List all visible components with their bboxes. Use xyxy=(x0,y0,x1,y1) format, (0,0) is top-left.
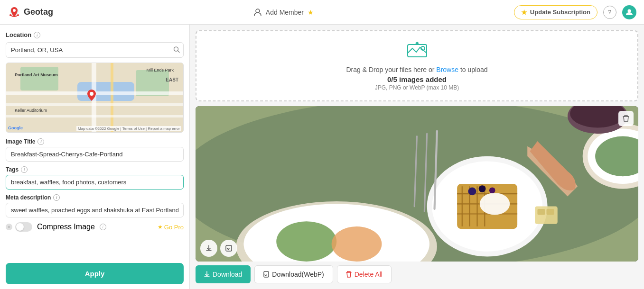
tags-label-wrap: Tags i xyxy=(6,166,184,173)
meta-label: Meta description xyxy=(6,194,51,201)
go-pro-link[interactable]: ★ Go Pro xyxy=(158,224,184,231)
svg-point-5 xyxy=(627,9,631,12)
download-webp-icon xyxy=(225,244,233,252)
location-info-icon[interactable]: i xyxy=(34,32,40,38)
header-right: ★ Update Subscription ? xyxy=(514,5,636,19)
delete-image-button[interactable] xyxy=(618,111,634,126)
download-webp-button[interactable]: Download(WebP) xyxy=(254,265,333,283)
logo: Geotag xyxy=(8,6,53,19)
image-title-label: Image Title xyxy=(6,138,35,145)
person-icon xyxy=(253,8,262,17)
upload-drag-text: Drag & Drop your files here or Browse to… xyxy=(346,66,487,73)
right-panel: Drag & Drop your files here or Browse to… xyxy=(190,25,644,289)
map-label-mill: Mill Ends Park xyxy=(146,68,174,72)
map-background: Portland Art Museum Mill Ends Park Kelle… xyxy=(6,63,183,132)
bottom-actions: Download Download(WebP) Delete All xyxy=(196,262,638,283)
map-road-h3 xyxy=(6,115,183,117)
logo-icon xyxy=(8,6,21,19)
location-section: Location i xyxy=(6,31,184,38)
location-input-wrap xyxy=(6,42,184,58)
food-image xyxy=(196,106,638,262)
add-member-label: Add Member xyxy=(266,9,304,16)
apply-label: Apply xyxy=(85,270,105,278)
toggle-knob xyxy=(16,223,24,231)
download-webp-btn-icon xyxy=(263,271,269,278)
trash-icon xyxy=(623,115,629,122)
download-btn-icon xyxy=(204,271,210,278)
left-panel: Location i xyxy=(0,25,190,289)
header-left: Geotag xyxy=(8,6,53,19)
svg-point-47 xyxy=(276,221,336,262)
image-title-info-icon[interactable]: i xyxy=(37,138,44,145)
toggle-x-icon[interactable]: × xyxy=(6,224,12,230)
image-bottom-actions xyxy=(200,240,237,257)
map-road-v2 xyxy=(111,63,113,132)
image-upload-icon xyxy=(407,41,428,58)
svg-point-48 xyxy=(332,226,382,262)
apply-button[interactable]: Apply xyxy=(6,263,184,284)
download-image-button[interactable] xyxy=(200,240,217,257)
svg-point-26 xyxy=(468,187,476,195)
toggle-wrap: × xyxy=(6,222,32,232)
download-button[interactable]: Download xyxy=(196,265,251,283)
svg-rect-49 xyxy=(226,245,232,251)
upload-after-text: to upload xyxy=(460,66,488,73)
svg-point-8 xyxy=(90,92,93,96)
delete-all-label: Delete All xyxy=(355,271,383,278)
location-search-button[interactable] xyxy=(173,46,180,54)
image-title-input[interactable] xyxy=(6,147,184,162)
delete-all-button[interactable]: Delete All xyxy=(337,265,392,283)
location-label: Location xyxy=(6,31,31,38)
tags-label: Tags xyxy=(6,166,19,173)
upload-zone[interactable]: Drag & Drop your files here or Browse to… xyxy=(196,30,638,101)
download-label: Download xyxy=(213,271,242,278)
compress-toggle[interactable] xyxy=(15,222,32,232)
download-webp-label: Download(WebP) xyxy=(272,271,324,278)
tags-info-icon[interactable]: i xyxy=(21,166,28,173)
help-icon: ? xyxy=(608,9,611,16)
add-member-star: ★ xyxy=(308,9,314,16)
image-preview xyxy=(196,106,638,262)
avatar-button[interactable] xyxy=(622,5,636,19)
update-sub-label: Update Subscription xyxy=(530,9,590,16)
upload-hint: JPG, PNG or WebP (max 10 MB) xyxy=(375,84,459,91)
download-webp-image-button[interactable] xyxy=(220,240,237,257)
location-input[interactable] xyxy=(6,42,184,58)
meta-input[interactable] xyxy=(6,203,184,217)
svg-point-1 xyxy=(13,9,16,12)
search-icon xyxy=(173,46,180,53)
svg-rect-44 xyxy=(546,209,554,215)
logo-text: Geotag xyxy=(24,7,53,17)
compress-info-icon[interactable]: i xyxy=(100,224,106,230)
upload-drag-label: Drag & Drop your files here or xyxy=(346,66,434,73)
map-marker xyxy=(87,89,96,103)
map-attribution: Map data ©2022 Google | Terms of Use | R… xyxy=(76,126,181,131)
meta-label-wrap: Meta description i xyxy=(6,194,184,201)
upload-browse-link[interactable]: Browse xyxy=(436,66,458,73)
svg-point-27 xyxy=(479,185,486,192)
svg-point-2 xyxy=(9,14,11,16)
tags-input[interactable] xyxy=(6,175,184,190)
sub-star-icon: ★ xyxy=(521,9,527,16)
svg-point-28 xyxy=(489,187,495,193)
download-icon xyxy=(205,244,212,252)
svg-rect-50 xyxy=(264,271,269,277)
map-label-museum: Portland Art Museum xyxy=(15,72,58,77)
help-button[interactable]: ? xyxy=(603,6,616,19)
svg-point-3 xyxy=(17,14,19,16)
svg-line-7 xyxy=(178,51,180,53)
go-pro-label: Go Pro xyxy=(164,224,184,231)
image-title-label-wrap: Image Title i xyxy=(6,138,184,145)
svg-point-25 xyxy=(480,193,510,215)
delete-all-icon xyxy=(346,271,352,278)
add-member-section[interactable]: Add Member ★ xyxy=(253,8,314,17)
header: Geotag Add Member ★ ★ Update Subscriptio… xyxy=(0,0,644,25)
update-subscription-button[interactable]: ★ Update Subscription xyxy=(514,5,597,19)
main-content: Location i xyxy=(0,25,644,289)
map-road-h2 xyxy=(6,103,183,106)
meta-info-icon[interactable]: i xyxy=(53,194,60,201)
go-pro-star: ★ xyxy=(158,224,163,230)
upload-count: 0/5 images added xyxy=(387,75,447,83)
compress-label: Compress Image xyxy=(37,223,95,231)
map-label-keller: Keller Auditorium xyxy=(15,108,47,113)
